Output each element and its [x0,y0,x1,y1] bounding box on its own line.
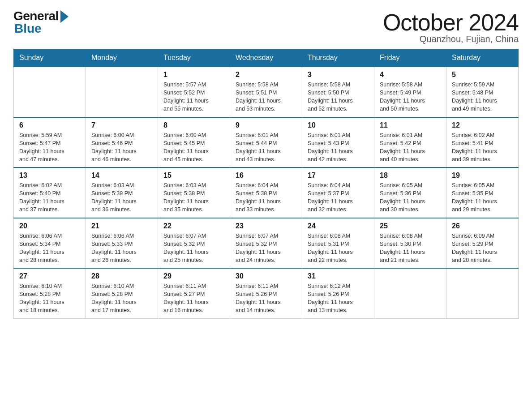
day-number: 13 [19,171,80,180]
weekday-header-friday: Friday [374,49,446,67]
calendar-cell: 7Sunrise: 6:00 AM Sunset: 5:46 PM Daylig… [86,117,158,168]
day-number: 20 [19,222,80,230]
day-number: 4 [380,71,441,79]
day-info: Sunrise: 6:05 AM Sunset: 5:36 PM Dayligh… [380,181,441,214]
weekday-header-sunday: Sunday [14,49,86,67]
logo-blue-text: Blue [13,21,42,36]
day-info: Sunrise: 5:58 AM Sunset: 5:49 PM Dayligh… [380,81,441,113]
calendar-cell: 1Sunrise: 5:57 AM Sunset: 5:52 PM Daylig… [158,67,230,117]
day-number: 31 [308,272,369,280]
calendar-cell: 5Sunrise: 5:59 AM Sunset: 5:48 PM Daylig… [446,67,519,117]
calendar-cell: 9Sunrise: 6:01 AM Sunset: 5:44 PM Daylig… [230,117,302,168]
day-info: Sunrise: 5:59 AM Sunset: 5:48 PM Dayligh… [452,81,513,113]
calendar-cell: 23Sunrise: 6:07 AM Sunset: 5:32 PM Dayli… [230,218,302,269]
day-number: 14 [91,171,152,180]
day-info: Sunrise: 6:08 AM Sunset: 5:30 PM Dayligh… [380,232,441,265]
day-info: Sunrise: 6:03 AM Sunset: 5:38 PM Dayligh… [163,181,224,214]
logo-arrow-icon [60,10,69,23]
day-info: Sunrise: 6:00 AM Sunset: 5:46 PM Dayligh… [91,131,152,164]
day-number: 12 [452,121,513,129]
day-number: 17 [308,171,369,180]
calendar-table: SundayMondayTuesdayWednesdayThursdayFrid… [13,49,519,319]
calendar-title: October 2024 [383,9,519,36]
day-number: 30 [236,272,296,280]
page-header: General Blue October 2024 Quanzhou, Fuji… [13,9,519,44]
calendar-cell: 28Sunrise: 6:10 AM Sunset: 5:28 PM Dayli… [86,268,158,318]
calendar-week-row: 20Sunrise: 6:06 AM Sunset: 5:34 PM Dayli… [14,218,519,269]
calendar-cell: 27Sunrise: 6:10 AM Sunset: 5:28 PM Dayli… [14,268,86,318]
day-number: 5 [452,71,513,79]
calendar-cell: 30Sunrise: 6:11 AM Sunset: 5:26 PM Dayli… [230,268,302,318]
day-info: Sunrise: 6:11 AM Sunset: 5:26 PM Dayligh… [236,282,296,315]
calendar-cell [86,67,158,117]
day-number: 21 [91,222,152,230]
calendar-cell: 15Sunrise: 6:03 AM Sunset: 5:38 PM Dayli… [158,167,230,218]
calendar-cell: 21Sunrise: 6:06 AM Sunset: 5:33 PM Dayli… [86,218,158,269]
calendar-cell: 13Sunrise: 6:02 AM Sunset: 5:40 PM Dayli… [14,167,86,218]
calendar-cell: 3Sunrise: 5:58 AM Sunset: 5:50 PM Daylig… [302,67,374,117]
calendar-cell: 17Sunrise: 6:04 AM Sunset: 5:37 PM Dayli… [302,167,374,218]
calendar-body: 1Sunrise: 5:57 AM Sunset: 5:52 PM Daylig… [14,67,519,318]
day-info: Sunrise: 6:11 AM Sunset: 5:27 PM Dayligh… [163,282,224,315]
calendar-cell: 29Sunrise: 6:11 AM Sunset: 5:27 PM Dayli… [158,268,230,318]
day-number: 28 [91,272,152,280]
day-number: 25 [380,222,441,230]
calendar-cell: 18Sunrise: 6:05 AM Sunset: 5:36 PM Dayli… [374,167,446,218]
day-info: Sunrise: 6:04 AM Sunset: 5:38 PM Dayligh… [236,181,296,214]
day-number: 19 [452,171,513,180]
weekday-header-monday: Monday [86,49,158,67]
day-info: Sunrise: 6:06 AM Sunset: 5:33 PM Dayligh… [91,232,152,265]
day-info: Sunrise: 6:03 AM Sunset: 5:39 PM Dayligh… [91,181,152,214]
day-info: Sunrise: 6:06 AM Sunset: 5:34 PM Dayligh… [19,232,80,265]
weekday-header-wednesday: Wednesday [230,49,302,67]
day-number: 7 [91,121,152,129]
calendar-cell: 10Sunrise: 6:01 AM Sunset: 5:43 PM Dayli… [302,117,374,168]
calendar-cell: 20Sunrise: 6:06 AM Sunset: 5:34 PM Dayli… [14,218,86,269]
calendar-cell: 8Sunrise: 6:00 AM Sunset: 5:45 PM Daylig… [158,117,230,168]
day-number: 8 [163,121,224,129]
day-number: 22 [163,222,224,230]
day-number: 16 [236,171,296,180]
weekday-header-saturday: Saturday [446,49,519,67]
calendar-cell: 11Sunrise: 6:01 AM Sunset: 5:42 PM Dayli… [374,117,446,168]
day-info: Sunrise: 6:05 AM Sunset: 5:35 PM Dayligh… [452,181,513,214]
day-info: Sunrise: 5:58 AM Sunset: 5:51 PM Dayligh… [236,81,296,113]
calendar-cell: 19Sunrise: 6:05 AM Sunset: 5:35 PM Dayli… [446,167,519,218]
day-number: 1 [163,71,224,79]
day-info: Sunrise: 6:07 AM Sunset: 5:32 PM Dayligh… [163,232,224,265]
day-number: 11 [380,121,441,129]
day-info: Sunrise: 6:01 AM Sunset: 5:42 PM Dayligh… [380,131,441,164]
day-number: 2 [236,71,296,79]
day-number: 18 [380,171,441,180]
day-number: 23 [236,222,296,230]
day-info: Sunrise: 6:01 AM Sunset: 5:44 PM Dayligh… [236,131,296,164]
calendar-week-row: 6Sunrise: 5:59 AM Sunset: 5:47 PM Daylig… [14,117,519,168]
day-number: 6 [19,121,80,129]
day-info: Sunrise: 6:02 AM Sunset: 5:40 PM Dayligh… [19,181,80,214]
calendar-week-row: 1Sunrise: 5:57 AM Sunset: 5:52 PM Daylig… [14,67,519,117]
calendar-cell: 25Sunrise: 6:08 AM Sunset: 5:30 PM Dayli… [374,218,446,269]
weekday-header-tuesday: Tuesday [158,49,230,67]
day-info: Sunrise: 6:07 AM Sunset: 5:32 PM Dayligh… [236,232,296,265]
day-number: 27 [19,272,80,280]
calendar-header: SundayMondayTuesdayWednesdayThursdayFrid… [14,49,519,67]
calendar-week-row: 13Sunrise: 6:02 AM Sunset: 5:40 PM Dayli… [14,167,519,218]
calendar-cell: 26Sunrise: 6:09 AM Sunset: 5:29 PM Dayli… [446,218,519,269]
calendar-week-row: 27Sunrise: 6:10 AM Sunset: 5:28 PM Dayli… [14,268,519,318]
day-info: Sunrise: 6:08 AM Sunset: 5:31 PM Dayligh… [308,232,369,265]
day-info: Sunrise: 6:10 AM Sunset: 5:28 PM Dayligh… [91,282,152,315]
day-info: Sunrise: 5:59 AM Sunset: 5:47 PM Dayligh… [19,131,80,164]
day-number: 9 [236,121,296,129]
calendar-cell [14,67,86,117]
day-info: Sunrise: 6:02 AM Sunset: 5:41 PM Dayligh… [452,131,513,164]
day-info: Sunrise: 5:57 AM Sunset: 5:52 PM Dayligh… [163,81,224,113]
weekday-header-thursday: Thursday [302,49,374,67]
title-area: October 2024 Quanzhou, Fujian, China [383,9,519,44]
calendar-cell [446,268,519,318]
day-number: 10 [308,121,369,129]
day-info: Sunrise: 6:01 AM Sunset: 5:43 PM Dayligh… [308,131,369,164]
logo: General Blue [13,9,69,36]
day-info: Sunrise: 6:04 AM Sunset: 5:37 PM Dayligh… [308,181,369,214]
day-info: Sunrise: 5:58 AM Sunset: 5:50 PM Dayligh… [308,81,369,113]
day-number: 15 [163,171,224,180]
